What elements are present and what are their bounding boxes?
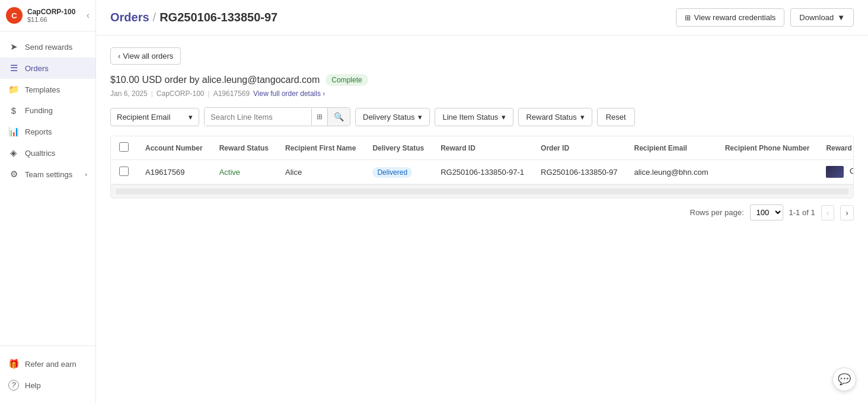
sidebar-item-orders[interactable]: ☰ Orders: [0, 57, 95, 79]
sidebar-item-team-settings[interactable]: ⚙ Team settings ›: [0, 164, 95, 185]
header-actions: ⊞ View reward credentials Download ▼: [676, 8, 854, 27]
row-checkbox[interactable]: [119, 167, 129, 176]
order-title: $10.00 USD order by alice.leung@tangocar…: [110, 74, 854, 86]
reward-status-filter[interactable]: Reward Status ▾: [518, 108, 592, 126]
page-content: ‹ View all orders $10.00 USD order by al…: [96, 36, 868, 403]
cell-recipient-email: alice.leung@bhn.com: [626, 160, 716, 184]
recipient-email-filter[interactable]: Recipient Email ▾: [110, 108, 199, 126]
breadcrumb-current: RG250106-133850-97: [159, 11, 277, 24]
cell-reward-status: Active: [211, 160, 277, 184]
templates-icon: 📁: [8, 84, 19, 95]
sidebar-item-help[interactable]: ? Help: [0, 375, 95, 396]
sidebar-item-send-rewards[interactable]: ➤ Send rewards: [0, 36, 95, 57]
refer-earn-icon: 🎁: [8, 359, 19, 369]
reports-icon: 📊: [8, 126, 19, 137]
sidebar-item-refer-earn-label: Refer and earn: [25, 360, 76, 369]
chat-button[interactable]: 💬: [832, 367, 856, 391]
sidebar-item-templates[interactable]: 📁 Templates: [0, 79, 95, 100]
qualtrics-icon: ◈: [8, 148, 19, 158]
col-reward: Reward ⊞: [818, 136, 854, 160]
sidebar-item-templates-label: Templates: [25, 85, 60, 94]
cell-reward: Open Loop —: [818, 160, 854, 184]
page-header: Orders / RG250106-133850-97 ⊞ View rewar…: [96, 0, 868, 36]
sidebar-item-refer-earn[interactable]: 🎁 Refer and earn: [0, 353, 95, 375]
orders-icon: ☰: [8, 63, 19, 73]
col-recipient-first-name: Recipient First Name: [277, 136, 364, 160]
cell-delivery-status: Delivered: [364, 160, 432, 184]
view-details-icon: ›: [323, 89, 325, 98]
reset-filters-button[interactable]: Reset: [597, 108, 635, 126]
order-date: Jan 6, 2025: [110, 89, 148, 98]
view-full-order-details-link[interactable]: View full order details ›: [253, 89, 325, 98]
sidebar-item-qualtrics-label: Qualtrics: [25, 149, 55, 158]
view-reward-credentials-button[interactable]: ⊞ View reward credentials: [676, 8, 785, 27]
funding-icon: $: [8, 105, 19, 116]
reward-status-chevron-icon: ▾: [580, 113, 585, 121]
col-recipient-email: Recipient Email: [626, 136, 716, 160]
cell-recipient-first-name: Alice: [277, 160, 364, 184]
search-filter-icon[interactable]: ⊞: [311, 108, 327, 125]
sidebar-item-team-settings-label: Team settings: [25, 170, 72, 179]
sidebar-collapse-button[interactable]: ‹: [87, 10, 90, 21]
horizontal-scrollbar[interactable]: [111, 184, 853, 198]
col-recipient-phone: Recipient Phone Number: [717, 136, 818, 160]
download-chevron-icon: ▼: [837, 13, 845, 22]
order-id-meta: A19617569: [213, 89, 250, 98]
col-account-number: Account Number: [137, 136, 211, 160]
order-meta: Jan 6, 2025 | CapCORP-100 | A19617569 Vi…: [110, 89, 854, 98]
brand-price: $11.66: [27, 16, 75, 23]
breadcrumb-orders-link[interactable]: Orders: [110, 11, 149, 24]
reward-thumbnail: [826, 166, 844, 178]
order-status-badge: Complete: [326, 74, 368, 86]
sidebar-item-reports-label: Reports: [25, 127, 52, 136]
brand-area: C CapCORP-100 $11.66: [6, 7, 75, 24]
pagination: Rows per page: 100 1-1 of 1 ‹ ›: [110, 199, 854, 226]
view-all-orders-button[interactable]: ‹ View all orders: [110, 47, 181, 65]
search-line-items-input[interactable]: [205, 108, 311, 126]
line-items-table-container: Account Number Reward Status Recipient F…: [110, 136, 854, 199]
delivery-status-chevron-icon: ▾: [418, 113, 422, 121]
credentials-icon: ⊞: [685, 14, 691, 22]
col-reward-id: Reward ID: [432, 136, 532, 160]
chat-icon: 💬: [838, 373, 851, 386]
back-icon: ‹: [118, 52, 120, 60]
sidebar-item-qualtrics[interactable]: ◈ Qualtrics: [0, 142, 95, 164]
page-info: 1-1 of 1: [789, 208, 815, 217]
search-submit-icon[interactable]: 🔍: [327, 108, 350, 126]
line-item-status-filter[interactable]: Line Item Status ▾: [435, 108, 513, 126]
main-area: Orders / RG250106-133850-97 ⊞ View rewar…: [96, 0, 868, 403]
order-account: CapCORP-100: [157, 89, 205, 98]
delivery-status-filter[interactable]: Delivery Status ▾: [355, 108, 430, 126]
next-page-button[interactable]: ›: [840, 205, 854, 220]
send-rewards-icon: ➤: [8, 41, 19, 52]
order-info: $10.00 USD order by alice.leung@tangocar…: [110, 74, 854, 98]
order-amount: $10.00 USD order by alice.leung@tangocar…: [110, 75, 320, 85]
breadcrumb: Orders / RG250106-133850-97: [110, 11, 277, 24]
sidebar-item-funding[interactable]: $ Funding: [0, 100, 95, 121]
brand-info: CapCORP-100 $11.66: [27, 8, 75, 23]
recipient-email-filter-chevron-icon: ▾: [189, 113, 193, 121]
sidebar-item-send-rewards-label: Send rewards: [25, 43, 72, 52]
breadcrumb-separator: /: [153, 11, 157, 24]
col-delivery-status: Delivery Status: [364, 136, 432, 160]
line-item-status-chevron-icon: ▾: [502, 113, 506, 121]
prev-page-button[interactable]: ‹: [821, 205, 835, 220]
team-settings-chevron-icon: ›: [85, 171, 87, 178]
sidebar-header: C CapCORP-100 $11.66 ‹: [0, 0, 95, 31]
sidebar-bottom: 🎁 Refer and earn ? Help: [0, 346, 95, 403]
select-all-checkbox[interactable]: [119, 142, 129, 152]
cell-recipient-phone: [717, 160, 818, 184]
sidebar-nav: ➤ Send rewards ☰ Orders 📁 Templates $ Fu…: [0, 31, 95, 346]
rows-per-page-select[interactable]: 100: [750, 204, 783, 220]
rows-per-page-label: Rows per page:: [690, 208, 744, 217]
sidebar-item-reports[interactable]: 📊 Reports: [0, 121, 95, 142]
sidebar-item-orders-label: Orders: [25, 64, 49, 73]
cell-order-id: RG250106-133850-97: [532, 160, 626, 184]
sidebar-item-funding-label: Funding: [25, 106, 53, 115]
download-button[interactable]: Download ▼: [790, 8, 854, 27]
cell-account-number: A19617569: [137, 160, 211, 184]
table-row: A19617569 Active Alice Delivered RG25010…: [111, 160, 854, 184]
col-order-id: Order ID: [532, 136, 626, 160]
col-reward-status: Reward Status: [211, 136, 277, 160]
filters-bar: Recipient Email ▾ ⊞ 🔍 Delivery Status ▾ …: [110, 107, 854, 126]
